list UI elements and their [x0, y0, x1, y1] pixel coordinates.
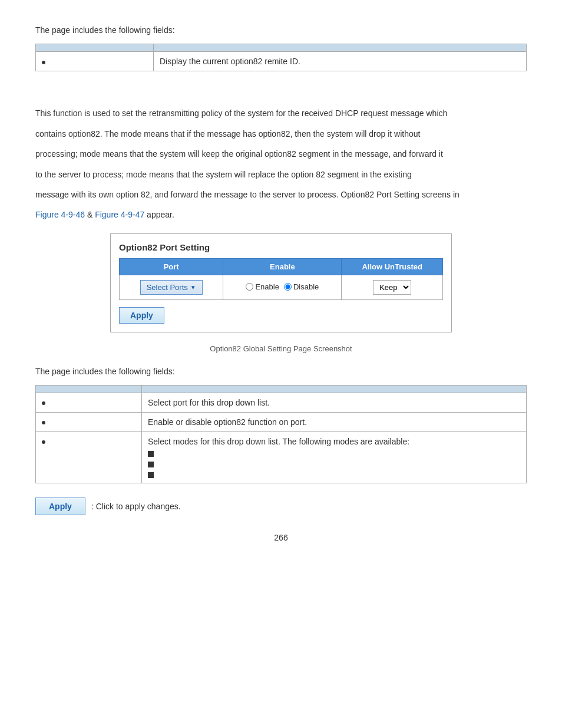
top-info-table: Display the current option82 remite ID.: [35, 44, 527, 71]
sub-bullet-1: [148, 449, 520, 457]
option82-inner-table: Port Enable Allow UnTrusted Select Ports…: [119, 258, 443, 300]
top-table-col2-header: [154, 44, 527, 52]
fields-value-3: Select modes for this drop down list. Th…: [142, 432, 527, 483]
description-line-2: contains option82. The mode means that i…: [35, 127, 527, 140]
disable-radio-label[interactable]: Disable: [284, 282, 319, 291]
square-bullet-icon: [148, 462, 154, 467]
caption-text: Option82 Global Setting Page Screenshot: [35, 344, 527, 353]
sub-bullet-3: [148, 470, 520, 478]
fields-col1-header: [36, 386, 142, 393]
page-intro-text: The page includes the following fields:: [35, 24, 527, 37]
enable-disable-radio-group: Enable Disable: [246, 282, 319, 291]
fields-label-2: [36, 413, 142, 432]
keep-select-cell: Keep: [342, 275, 443, 299]
table-row: Display the current option82 remite ID.: [36, 52, 527, 71]
fields-intro-text: The page includes the following fields:: [35, 365, 527, 378]
apply-line: Apply : Click to apply changes.: [35, 498, 527, 515]
figure-link-2[interactable]: Figure 4-9-47: [95, 210, 144, 219]
enable-radio-label[interactable]: Enable: [246, 282, 279, 291]
table-row: Select port for this drop down list.: [36, 393, 527, 413]
bullet-dot: [42, 440, 45, 444]
fields-table: Select port for this drop down list. Ena…: [35, 385, 527, 483]
select-ports-button[interactable]: Select Ports ▼: [140, 280, 203, 295]
bullet-dot: [42, 421, 45, 424]
bullet-dot: [42, 61, 45, 64]
figure-link-1[interactable]: Figure 4-9-46: [35, 210, 85, 219]
bullet-dot: [42, 401, 45, 405]
option82-col-port: Port: [120, 258, 223, 275]
description-line-4: to the server to process; mode means tha…: [35, 168, 527, 181]
fields-label-1: [36, 393, 142, 413]
square-bullet-icon: [148, 472, 154, 478]
fields-col2-header: [142, 386, 527, 393]
sub-bullet-2: [148, 460, 520, 467]
keep-dropdown[interactable]: Keep: [373, 280, 411, 295]
apply-description-text: : Click to apply changes.: [91, 502, 181, 511]
select-ports-label: Select Ports: [147, 283, 188, 292]
table-row: Select modes for this drop down list. Th…: [36, 432, 527, 483]
enable-disable-cell: Enable Disable: [223, 275, 342, 299]
option82-box-title: Option82 Port Setting: [119, 242, 443, 252]
table-row: Enable or disable option82 function on p…: [36, 413, 527, 432]
dropdown-arrow-icon: ▼: [190, 284, 196, 291]
description-line-1: This function is used to set the retrans…: [35, 107, 527, 120]
select-ports-cell: Select Ports ▼: [120, 275, 223, 299]
option82-col-allow-untrusted: Allow UnTrusted: [342, 258, 443, 275]
description-line-3: processing; mode means that the system w…: [35, 147, 527, 160]
square-bullet-icon: [148, 451, 154, 457]
option82-data-row: Select Ports ▼ Enable Disable: [120, 275, 443, 299]
option82-apply-button[interactable]: Apply: [119, 307, 164, 324]
page-number: 266: [35, 533, 527, 542]
enable-radio[interactable]: [246, 283, 253, 291]
option82-port-setting-box: Option82 Port Setting Port Enable Allow …: [110, 233, 452, 332]
description-line-5: message with its own option 82, and forw…: [35, 188, 527, 201]
option82-col-enable: Enable: [223, 258, 342, 275]
fields-value-1: Select port for this drop down list.: [142, 393, 527, 413]
top-table-col1-header: [36, 44, 154, 52]
disable-radio[interactable]: [284, 283, 292, 291]
top-table-value-cell: Display the current option82 remite ID.: [154, 52, 527, 71]
fields-label-3: [36, 432, 142, 483]
figure-links-line: Figure 4-9-46 & Figure 4-9-47 appear.: [35, 208, 527, 221]
fields-value-2: Enable or disable option82 function on p…: [142, 413, 527, 432]
top-table-label-cell: [36, 52, 154, 71]
bottom-apply-button[interactable]: Apply: [35, 498, 85, 515]
